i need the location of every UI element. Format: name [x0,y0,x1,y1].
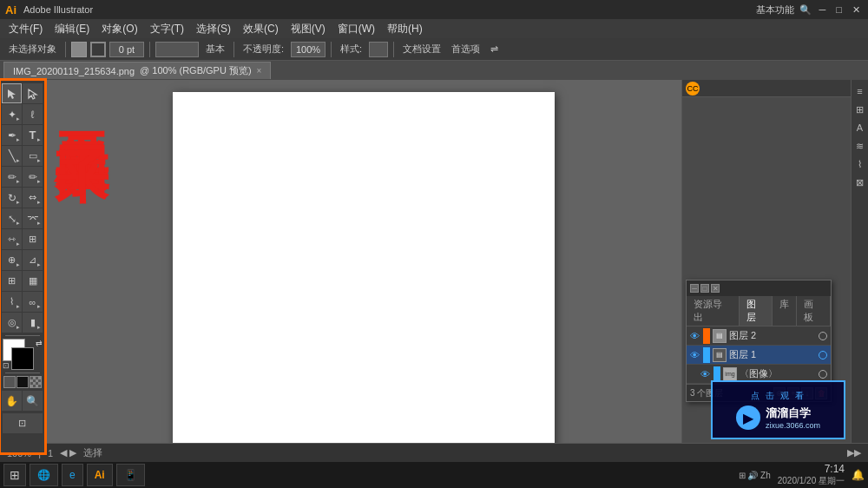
panel-close-btn[interactable]: ✕ [711,284,720,293]
tool-row-1 [2,83,43,103]
cc-icon[interactable]: CC [686,82,700,96]
notifications-icon[interactable]: 🔔 [852,469,865,481]
tool-row-hand-zoom: ✋ 🔍 [2,391,43,411]
layer-target-1[interactable] [819,332,827,340]
pencil-btn[interactable]: ✏ ▸ [23,167,43,187]
doc-tab[interactable]: IMG_20200119_215634.png @ 100% (RGB/GPU … [3,62,271,79]
layer-row-1[interactable]: 👁 ▤ 图层 2 [687,326,831,346]
status-arrows[interactable]: ◀ ▶ [60,447,76,458]
shape-builder-btn[interactable]: ⊕ ▸ [2,250,22,270]
layer-eye-icon-2[interactable]: 👁 [690,350,700,360]
right-btn-3[interactable]: A [852,120,868,135]
swap-colors-icon[interactable]: ⇄ [36,339,43,347]
stroke-width-input[interactable] [109,42,144,57]
window-close[interactable]: ✕ [850,4,863,16]
mesh-btn[interactable]: ⊞ [2,271,22,291]
layer-thumb-1: ▤ [713,329,727,343]
dark-mode-icon[interactable] [16,376,29,388]
menu-object[interactable]: 对象(O) [96,20,142,38]
tab-library[interactable]: 库 [773,296,797,326]
pen-btn[interactable]: ✒ ▸ [2,125,22,145]
menu-type[interactable]: 文字(T) [145,20,189,38]
right-btn-2[interactable]: ⊞ [852,102,868,117]
blend-btn[interactable]: ∞ ▸ [23,292,43,312]
arrange-btn[interactable]: ⇌ [487,42,502,56]
fill-swatch[interactable] [71,42,87,57]
taskbar-date: 2020/1/20 星期一 [778,475,845,487]
right-btn-5[interactable]: ⌇ [852,156,868,172]
foreground-color-swatch[interactable] [11,347,34,370]
watermark-play-icon[interactable]: ▶ [736,406,760,430]
taskbar-time: 7:14 [825,463,845,475]
start-button[interactable]: ⊞ [3,464,26,486]
symbol-sprayer-btn[interactable]: ◎ ▸ [2,313,22,333]
rotate-btn[interactable]: ↻ ▸ [2,188,22,208]
line-btn[interactable]: ╲ ▸ [2,146,22,166]
free-transform-btn[interactable]: ⊞ [23,229,43,249]
checker-mode-icon[interactable] [30,376,42,388]
gradient-btn[interactable]: ▦ [23,271,43,291]
taskbar-tablet[interactable]: 📱 [116,464,145,486]
direct-selection-btn[interactable] [23,83,43,103]
window-minimize[interactable]: ─ [817,4,829,15]
title-left: Ai Adobe Illustrator [5,3,93,16]
zoom-btn[interactable]: 🔍 [23,391,43,411]
menu-file[interactable]: 文件(F) [3,20,48,38]
taskbar-ie[interactable]: e [62,464,83,486]
eyedropper-btn[interactable]: ⌇ ▸ [2,292,22,312]
opacity-input[interactable] [291,42,326,57]
menu-effect[interactable]: 效果(C) [238,20,284,38]
perspective-grid-btn[interactable]: ⊿ ▸ [23,250,43,270]
right-icon-strip: ≡ ⊞ A ≋ ⌇ ⊠ [851,80,868,453]
right-btn-6[interactable]: ⊠ [852,175,868,190]
menu-select[interactable]: 选择(S) [191,20,236,38]
app-icon: Ai [5,3,16,16]
menu-window[interactable]: 窗口(W) [332,20,380,38]
magic-wand-btn[interactable]: ✦ ▸ [2,104,22,124]
tool-arrow17-icon: ▸ [16,324,20,331]
panel-collapse-btn[interactable]: ─ [690,284,699,293]
right-btn-4[interactable]: ≋ [852,138,868,154]
graph-btn[interactable]: ▮ ▸ [23,313,43,333]
tab-artboards[interactable]: 画板 [797,296,831,326]
menu-help[interactable]: 帮助(H) [382,20,428,38]
paintbrush-btn[interactable]: ✏ ▸ [2,167,22,187]
tool-row-5: ✏ ▸ ✏ ▸ [2,167,43,187]
layer-target-2[interactable] [819,351,827,359]
taskbar-search[interactable]: 🌐 [30,464,58,486]
pencil-icon: ✏ [29,171,37,183]
stroke-swatch[interactable] [90,42,106,57]
tab-layers[interactable]: 图层 [740,296,773,326]
layer-eye-icon-3[interactable]: 👁 [700,369,711,379]
warp-btn[interactable]: ⌤ ▸ [23,208,43,228]
taskbar-ai[interactable]: Ai [87,464,113,486]
rectangle-btn[interactable]: ▭ ▸ [23,146,43,166]
selection-tool-btn[interactable] [2,83,22,103]
right-btn-1[interactable]: ≡ [852,83,868,99]
layer-eye-icon-1[interactable]: 👁 [690,331,700,341]
reset-colors-icon[interactable]: ⊡ [3,361,10,370]
width-btn[interactable]: ⇿ ▸ [2,229,22,249]
type-btn[interactable]: T ▸ [23,125,43,145]
tab-resource-export[interactable]: 资源导出 [687,296,740,326]
scroll-indicator[interactable]: ▶▶ [847,447,861,458]
search-icon[interactable]: 🔍 [799,4,812,16]
status-label: 选择 [83,446,102,459]
window-maximize[interactable]: □ [833,4,845,15]
menu-bar: 文件(F) 编辑(E) 对象(O) 文字(T) 选择(S) 效果(C) 视图(V… [0,19,868,38]
hand-btn[interactable]: ✋ [2,391,22,411]
preferences-btn[interactable]: 首选项 [448,41,483,57]
menu-edit[interactable]: 编辑(E) [49,20,95,38]
tab-close-btn[interactable]: × [257,66,262,76]
menu-view[interactable]: 视图(V) [286,20,331,38]
normal-mode-icon[interactable] [3,376,16,388]
doc-settings-btn[interactable]: 文档设置 [399,41,444,57]
scale-btn[interactable]: ⤡ ▸ [2,208,22,228]
layer-row-2[interactable]: 👁 ▤ 图层 1 [687,346,831,365]
layer-target-3[interactable] [819,370,827,379]
panel-expand-btn[interactable]: □ [700,284,709,293]
watermark: 点 击 观 看 ▶ 溜溜自学 zixue.3066.com [711,380,845,439]
lasso-btn[interactable]: ℓ [23,104,43,124]
reflect-btn[interactable]: ⇔ ▸ [23,188,43,208]
artboard-btn[interactable]: ⊡ [3,413,43,433]
